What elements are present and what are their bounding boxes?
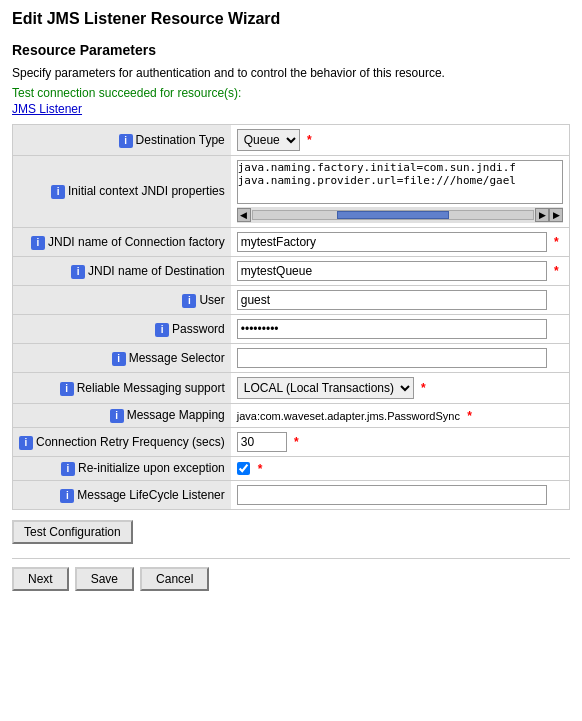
scroll-track[interactable] bbox=[252, 210, 534, 220]
scroll-left-arrow[interactable]: ◀ bbox=[237, 208, 251, 222]
destination-type-label: iDestination Type bbox=[13, 125, 231, 156]
connection-factory-label: iJNDI name of Connection factory bbox=[13, 228, 231, 257]
connection-retry-label: iConnection Retry Frequency (secs) bbox=[13, 428, 231, 457]
reinitialize-label: iRe-initialize upon exception bbox=[13, 457, 231, 481]
connection-factory-info-icon[interactable]: i bbox=[31, 236, 45, 250]
section-title: Resource Parameters bbox=[12, 42, 570, 58]
user-info-icon[interactable]: i bbox=[182, 294, 196, 308]
connection-retry-row: iConnection Retry Frequency (secs) * bbox=[13, 428, 570, 457]
jndi-scrollbar: ◀ ▶ ▶ bbox=[237, 207, 563, 223]
password-input[interactable] bbox=[237, 319, 547, 339]
destination-type-select[interactable]: Queue Topic bbox=[237, 129, 300, 151]
destination-type-required: * bbox=[307, 133, 312, 147]
jndi-properties-value-cell: java.naming.factory.initial=com.sun.jndi… bbox=[231, 156, 570, 228]
message-selector-info-icon[interactable]: i bbox=[112, 352, 126, 366]
message-mapping-row: iMessage Mapping java:com.waveset.adapte… bbox=[13, 404, 570, 428]
destination-type-info-icon[interactable]: i bbox=[119, 134, 133, 148]
message-selector-row: iMessage Selector bbox=[13, 344, 570, 373]
message-mapping-text: java:com.waveset.adapter.jms.PasswordSyn… bbox=[237, 410, 460, 422]
scroll-right-arrow-1[interactable]: ▶ bbox=[535, 208, 549, 222]
connection-factory-row: iJNDI name of Connection factory * bbox=[13, 228, 570, 257]
jndi-properties-info-icon[interactable]: i bbox=[51, 185, 65, 199]
connection-retry-value-cell: * bbox=[231, 428, 570, 457]
destination-info-icon[interactable]: i bbox=[71, 265, 85, 279]
message-selector-input[interactable] bbox=[237, 348, 547, 368]
reinitialize-info-icon[interactable]: i bbox=[61, 462, 75, 476]
message-mapping-value-cell: java:com.waveset.adapter.jms.PasswordSyn… bbox=[231, 404, 570, 428]
jndi-properties-textarea[interactable]: java.naming.factory.initial=com.sun.jndi… bbox=[237, 160, 563, 204]
connection-retry-required: * bbox=[294, 435, 299, 449]
message-mapping-label: iMessage Mapping bbox=[13, 404, 231, 428]
destination-required: * bbox=[554, 264, 559, 278]
lifecycle-listener-row: iMessage LifeCycle Listener bbox=[13, 481, 570, 510]
password-value-cell bbox=[231, 315, 570, 344]
scroll-right-arrow-2[interactable]: ▶ bbox=[549, 208, 563, 222]
reliable-messaging-label: iReliable Messaging support bbox=[13, 373, 231, 404]
user-value-cell bbox=[231, 286, 570, 315]
resource-form-table: iDestination Type Queue Topic * iInitial… bbox=[12, 124, 570, 510]
password-label: iPassword bbox=[13, 315, 231, 344]
user-label: iUser bbox=[13, 286, 231, 315]
reinitialize-row: iRe-initialize upon exception * bbox=[13, 457, 570, 481]
user-row: iUser bbox=[13, 286, 570, 315]
description: Specify parameters for authentication an… bbox=[12, 66, 570, 80]
jndi-properties-label: iInitial context JNDI properties bbox=[13, 156, 231, 228]
connection-retry-input[interactable] bbox=[237, 432, 287, 452]
cancel-button[interactable]: Cancel bbox=[140, 567, 209, 591]
lifecycle-listener-info-icon[interactable]: i bbox=[60, 489, 74, 503]
reliable-messaging-select[interactable]: LOCAL (Local Transactions) NONE XA bbox=[237, 377, 414, 399]
destination-type-row: iDestination Type Queue Topic * bbox=[13, 125, 570, 156]
wizard-title: Edit JMS Listener Resource Wizard bbox=[12, 10, 570, 28]
connection-factory-required: * bbox=[554, 235, 559, 249]
next-button[interactable]: Next bbox=[12, 567, 69, 591]
test-config-row: Test Configuration bbox=[12, 520, 570, 544]
lifecycle-listener-input[interactable] bbox=[237, 485, 547, 505]
bottom-buttons: Next Save Cancel bbox=[12, 558, 570, 591]
test-configuration-button[interactable]: Test Configuration bbox=[12, 520, 133, 544]
connection-factory-value-cell: * bbox=[231, 228, 570, 257]
user-input[interactable] bbox=[237, 290, 547, 310]
connection-retry-info-icon[interactable]: i bbox=[19, 436, 33, 450]
destination-input[interactable] bbox=[237, 261, 547, 281]
jms-listener-link[interactable]: JMS Listener bbox=[12, 102, 570, 116]
reliable-messaging-info-icon[interactable]: i bbox=[60, 382, 74, 396]
lifecycle-listener-label: iMessage LifeCycle Listener bbox=[13, 481, 231, 510]
password-info-icon[interactable]: i bbox=[155, 323, 169, 337]
message-mapping-info-icon[interactable]: i bbox=[110, 409, 124, 423]
message-mapping-required: * bbox=[467, 409, 472, 423]
scroll-thumb bbox=[337, 211, 449, 219]
password-row: iPassword bbox=[13, 315, 570, 344]
reliable-messaging-row: iReliable Messaging support LOCAL (Local… bbox=[13, 373, 570, 404]
connection-factory-input[interactable] bbox=[237, 232, 547, 252]
reinitialize-value-cell: * bbox=[231, 457, 570, 481]
jndi-properties-row: iInitial context JNDI properties java.na… bbox=[13, 156, 570, 228]
reliable-messaging-required: * bbox=[421, 381, 426, 395]
success-message: Test connection succeeded for resource(s… bbox=[12, 86, 570, 100]
reinitialize-required: * bbox=[258, 462, 263, 476]
destination-type-value-cell: Queue Topic * bbox=[231, 125, 570, 156]
lifecycle-listener-value-cell bbox=[231, 481, 570, 510]
message-selector-label: iMessage Selector bbox=[13, 344, 231, 373]
message-selector-value-cell bbox=[231, 344, 570, 373]
destination-label: iJNDI name of Destination bbox=[13, 257, 231, 286]
destination-row: iJNDI name of Destination * bbox=[13, 257, 570, 286]
reinitialize-checkbox[interactable] bbox=[237, 462, 250, 475]
reliable-messaging-value-cell: LOCAL (Local Transactions) NONE XA * bbox=[231, 373, 570, 404]
destination-value-cell: * bbox=[231, 257, 570, 286]
save-button[interactable]: Save bbox=[75, 567, 134, 591]
